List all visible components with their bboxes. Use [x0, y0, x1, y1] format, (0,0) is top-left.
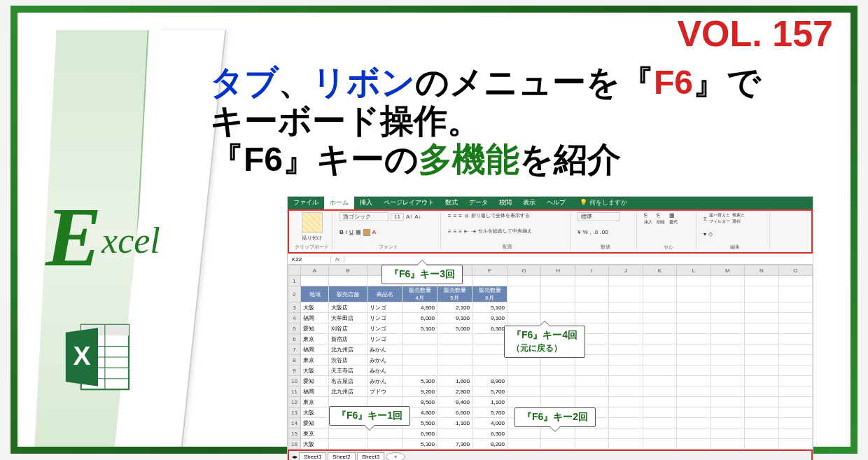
- tab-formula[interactable]: 数式: [440, 196, 463, 209]
- table-row: 3大阪大阪店リンゴ4,8002,1005,100: [288, 302, 813, 313]
- new-sheet-button[interactable]: +: [386, 452, 405, 461]
- comma-icon[interactable]: ,: [590, 229, 592, 235]
- tab-insert[interactable]: 挿入: [354, 196, 378, 209]
- currency-icon[interactable]: ¥: [578, 229, 580, 235]
- callout-f6-4: 『F6』キー4回（元に戻る）: [504, 326, 585, 358]
- align-center-icon[interactable]: ≡: [454, 228, 457, 235]
- sheet-tab-bar: ◂▸ Sheet1 Sheet2 Sheet3 +: [288, 449, 813, 460]
- table-row: 10愛知名古屋店みかん5,3001,6008,900: [288, 376, 813, 386]
- table-header-row: 2地域販売店舗商品名販売数量 4月販売数量 5月販売数量 6月: [288, 286, 813, 302]
- excel-app-icon: X: [59, 319, 136, 396]
- font-color-icon[interactable]: A: [372, 229, 376, 235]
- clear-icon[interactable]: ◇: [708, 231, 713, 237]
- sheet-tab-1[interactable]: Sheet1: [299, 452, 326, 461]
- group-number: 標準 ¥ % , .0 .00 数値: [575, 212, 637, 251]
- callout-f6-1: 『F6』キー1回: [329, 406, 410, 426]
- callout-f6-2: 『F6』キー2回: [514, 407, 596, 427]
- bold-button[interactable]: B: [340, 229, 344, 235]
- merge-button[interactable]: セルを結合して中央揃え: [478, 228, 532, 235]
- align-left-icon[interactable]: ≡: [448, 228, 451, 235]
- inc-dec-icon[interactable]: .0: [594, 229, 598, 235]
- tab-review[interactable]: 校閲: [493, 196, 517, 209]
- ribbon-tab-strip: ファイル ホーム 挿入 ページレイアウト 数式 データ 校閲 表示 ヘルプ 💡 …: [288, 197, 813, 209]
- underline-button[interactable]: U: [349, 229, 354, 235]
- headline-line3a: 『F6』キーの: [210, 141, 419, 178]
- tab-file[interactable]: ファイル: [288, 196, 324, 209]
- headline-ribbon: リボン: [312, 64, 415, 101]
- format-icon[interactable]: ▦書式: [669, 212, 678, 225]
- paste-label: 貼り付け: [295, 235, 329, 242]
- sum-icon[interactable]: Σ: [704, 216, 707, 222]
- font-size-select[interactable]: 11: [391, 213, 404, 221]
- fx-icon[interactable]: fx: [331, 256, 344, 263]
- align-right-icon[interactable]: ≡: [458, 228, 462, 235]
- fill-color-icon[interactable]: [363, 229, 370, 236]
- dec-dec-icon[interactable]: .00: [600, 229, 608, 235]
- font-grow-icon[interactable]: A↑: [406, 214, 412, 220]
- font-shrink-icon[interactable]: A↓: [414, 214, 421, 220]
- border-icon[interactable]: ▦: [356, 229, 361, 235]
- orient-icon[interactable]: ⤭: [464, 213, 469, 219]
- tab-data[interactable]: データ: [463, 196, 493, 209]
- headline: タブ、リボンのメニューを『F6』で キーボード操作。 『F6』キーの多機能を紹介: [210, 63, 840, 179]
- wrap-button[interactable]: 折り返して全体を表示する: [471, 212, 530, 219]
- column-header-row: AB CD EF GH IJ KL MN O: [288, 265, 813, 276]
- headline-multi: 多機能: [419, 141, 519, 178]
- tab-home[interactable]: ホーム: [324, 196, 354, 209]
- font-name-select[interactable]: 游ゴシック: [340, 212, 388, 221]
- number-format-select[interactable]: 標準: [578, 212, 620, 221]
- percent-icon[interactable]: %: [582, 229, 587, 235]
- indent-dec-icon[interactable]: ⇤: [464, 228, 469, 235]
- paste-icon[interactable]: [302, 212, 323, 233]
- find-button[interactable]: 検索と 選択: [732, 212, 745, 225]
- excel-word-logo: Excel: [46, 189, 160, 286]
- indent-inc-icon[interactable]: ⇥: [471, 228, 476, 235]
- headline-line2: キーボード操作。: [210, 102, 481, 139]
- insert-icon[interactable]: ⎘挿入: [644, 212, 652, 225]
- fill-icon[interactable]: ▾: [704, 231, 706, 237]
- align-top-icon[interactable]: ≡: [448, 213, 451, 219]
- group-editing: Σ 並べ替えと フィルター 検索と 選択 ▾ ◇ 編集: [701, 212, 770, 251]
- svg-text:X: X: [73, 341, 90, 370]
- align-mid-icon[interactable]: ≡: [454, 213, 457, 219]
- headline-tab: タブ: [210, 64, 279, 101]
- headline-f6: F6: [654, 64, 693, 101]
- sheet-tab-2[interactable]: Sheet2: [328, 452, 355, 461]
- tab-view[interactable]: 表示: [517, 196, 541, 209]
- headline-line3b: を紹介: [519, 141, 621, 178]
- tell-me: 💡 何をしますか: [577, 196, 630, 209]
- tab-help[interactable]: ヘルプ: [541, 196, 571, 209]
- group-clipboard: 貼り付け クリップボード: [292, 212, 332, 251]
- table-row: 11福岡北九州店ブドウ9,2002,8005,700: [288, 386, 813, 397]
- group-cells: ⎘挿入 ⎘削除 ▦書式 セル: [641, 212, 696, 251]
- sort-button[interactable]: 並べ替えと フィルター: [709, 212, 730, 225]
- delete-icon[interactable]: ⎘削除: [657, 212, 665, 225]
- excel-xcel: xcel: [102, 221, 160, 260]
- sheet-tab-3[interactable]: Sheet3: [357, 452, 384, 461]
- group-font: 游ゴシック 11 A↑ A↓ B I U ▦ A フォント: [337, 212, 441, 251]
- italic-button[interactable]: I: [346, 229, 347, 235]
- tab-layout[interactable]: ページレイアウト: [378, 196, 440, 209]
- table-row: 9大阪天王寺店みかん: [288, 365, 813, 376]
- volume-label: VOL. 157: [677, 13, 833, 55]
- align-bot-icon[interactable]: ≡: [458, 213, 462, 219]
- callout-f6-3: 『F6』キー3回: [382, 265, 463, 284]
- ribbon-body: 貼り付け クリップボード 游ゴシック 11 A↑ A↓ B I U ▦ A フォ…: [288, 209, 813, 253]
- formula-bar: K22 fx: [288, 253, 813, 265]
- sheet-nav-icon[interactable]: ◂▸: [292, 454, 298, 460]
- table-row: 16大阪5,3007,3008,200: [288, 439, 813, 449]
- group-align: ≡ ≡ ≡ ⤭ 折り返して全体を表示する ≡ ≡ ≡ ⇤ ⇥ セルを結合して中央…: [445, 212, 570, 251]
- name-box[interactable]: K22: [290, 256, 331, 263]
- excel-e-italic: E: [46, 190, 102, 284]
